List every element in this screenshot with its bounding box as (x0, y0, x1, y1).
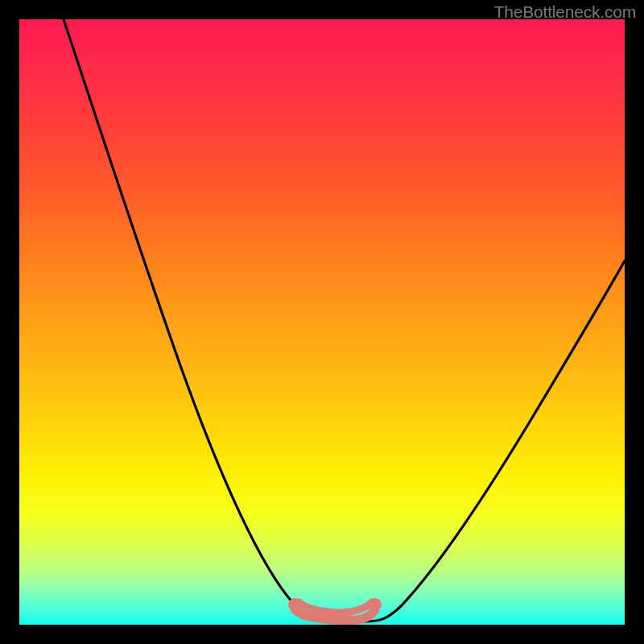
chart-frame: TheBottleneck.com (0, 0, 644, 644)
optimal-range-marker (289, 599, 382, 621)
chart-svg-layer (19, 19, 625, 625)
plot-area (19, 19, 625, 625)
bottleneck-curve (64, 19, 625, 621)
